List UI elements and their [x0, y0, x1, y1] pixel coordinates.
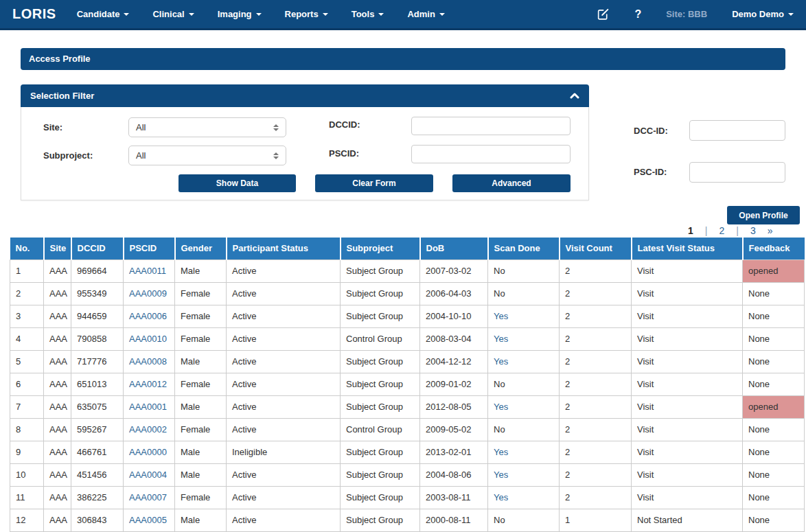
cell-site: AAA	[44, 350, 71, 373]
site-indicator: Site: BBB	[666, 9, 707, 19]
subproject-select[interactable]: All	[128, 146, 286, 165]
cell-feedback: None	[743, 305, 805, 327]
cell-dob: 2013-02-01	[420, 441, 488, 463]
column-header-latest-visit-status[interactable]: Latest Visit Status	[632, 238, 743, 259]
pscid-link[interactable]: AAA0009	[129, 288, 167, 299]
show-data-button[interactable]: Show Data	[179, 174, 296, 192]
cell-site: AAA	[44, 463, 71, 486]
selection-filter-header[interactable]: Selection Filter	[21, 84, 589, 107]
clear-form-button[interactable]: Clear Form	[315, 174, 433, 192]
user-menu[interactable]: Demo Demo	[732, 9, 794, 19]
nav-menu-candidate[interactable]: Candidate	[77, 9, 130, 19]
column-header-no[interactable]: No.	[10, 238, 44, 259]
cell-no: 11	[10, 486, 44, 509]
cell-dob: 2012-08-05	[420, 395, 488, 418]
site-select[interactable]: All	[128, 117, 286, 137]
cell-dob: 2008-03-04	[420, 327, 488, 350]
pscid-link[interactable]: AAA0010	[129, 334, 167, 344]
cell-no: 10	[10, 463, 44, 486]
loris-logo[interactable]: LORIS	[12, 6, 56, 22]
pscid-link[interactable]: AAA0005	[129, 515, 167, 525]
cell-gender: Male	[175, 350, 227, 373]
cell-feedback: None	[743, 486, 805, 509]
pscid-link[interactable]: AAA0007	[129, 492, 167, 502]
scan-done-link[interactable]: Yes	[494, 356, 508, 367]
column-header-scan-done[interactable]: Scan Done	[488, 238, 560, 259]
psc-id-input[interactable]	[689, 162, 785, 183]
cell-subproject: Subject Group	[341, 509, 420, 531]
pscid-link[interactable]: AAA0006	[129, 311, 167, 321]
pscid-link[interactable]: AAA0004	[129, 470, 167, 480]
cell-pscid: AAA0001	[124, 395, 175, 418]
dccid-input[interactable]	[411, 117, 571, 135]
nav-menu-admin[interactable]: Admin	[407, 9, 444, 19]
cell-gender: Female	[175, 373, 227, 395]
cell-pscid: AAA0007	[124, 486, 175, 509]
pscid-link[interactable]: AAA0011	[129, 266, 166, 276]
column-header-site[interactable]: Site	[44, 238, 71, 259]
advanced-button[interactable]: Advanced	[452, 174, 571, 192]
pagination-page-3[interactable]: 3	[750, 225, 756, 236]
scan-done-link[interactable]: Yes	[494, 470, 508, 480]
dcc-id-input[interactable]	[689, 120, 785, 141]
table-row: 10AAA451456AAA0004MaleActiveSubject Grou…	[10, 463, 805, 486]
pscid-link[interactable]: AAA0001	[129, 402, 167, 412]
pscid-input[interactable]	[411, 145, 571, 163]
cell-feedback: None	[743, 418, 805, 441]
nav-menu-label: Admin	[407, 9, 435, 19]
cell-visit-count: 2	[560, 350, 632, 373]
cell-feedback: None	[743, 373, 805, 395]
column-header-feedback[interactable]: Feedback	[743, 238, 805, 259]
scan-done-link[interactable]: Yes	[494, 334, 508, 344]
page-root: LORIS Candidate Clinical Imaging Reports…	[0, 0, 806, 532]
pagination-page-2[interactable]: 2	[719, 225, 724, 236]
scan-done-link[interactable]: Yes	[494, 492, 508, 502]
nav-menu-tools[interactable]: Tools	[352, 9, 384, 19]
cell-site: AAA	[44, 486, 71, 509]
table-row: 5AAA717776AAA0008MaleActiveSubject Group…	[10, 350, 805, 373]
cell-no: 3	[10, 305, 44, 327]
nav-menu-reports[interactable]: Reports	[285, 9, 328, 19]
cell-dccid: 451456	[71, 463, 124, 486]
help-icon[interactable]: ?	[634, 8, 641, 21]
pscid-link[interactable]: AAA0012	[129, 379, 167, 389]
cell-site: AAA	[44, 259, 71, 282]
cell-gender: Female	[175, 418, 227, 441]
column-header-gender[interactable]: Gender	[175, 238, 227, 259]
column-header-pscid[interactable]: PSCID	[124, 238, 175, 259]
chevron-down-icon	[124, 13, 129, 16]
column-header-dob[interactable]: DoB	[420, 238, 488, 259]
open-profile-button[interactable]: Open Profile	[727, 206, 800, 224]
cell-site: AAA	[44, 441, 71, 463]
pagination-current-page[interactable]: 1	[688, 225, 693, 236]
nav-menu-clinical[interactable]: Clinical	[152, 9, 194, 19]
scan-done-link[interactable]: Yes	[494, 447, 508, 457]
cell-no: 1	[10, 259, 44, 282]
cell-gender: Male	[175, 463, 227, 486]
cell-dccid: 386225	[71, 486, 124, 509]
chevron-up-icon[interactable]	[570, 93, 579, 99]
scan-done-link[interactable]: Yes	[494, 402, 508, 412]
column-header-participant-status[interactable]: Participant Status	[227, 238, 341, 259]
cell-visit-count: 2	[560, 486, 632, 509]
edit-icon[interactable]	[597, 8, 610, 21]
scan-done-link[interactable]: Yes	[494, 311, 508, 321]
cell-site: AAA	[44, 373, 71, 395]
cell-no: 8	[10, 418, 44, 441]
pscid-link[interactable]: AAA0000	[129, 447, 167, 457]
cell-pscid: AAA0012	[124, 373, 175, 395]
pagination-next[interactable]: »	[768, 225, 773, 236]
column-header-visit-count[interactable]: Visit Count	[560, 238, 632, 259]
pscid-filter-label: PSCID:	[329, 148, 359, 159]
pscid-link[interactable]: AAA0002	[129, 424, 167, 435]
pscid-link[interactable]: AAA0008	[129, 356, 167, 367]
selection-filter-body: Site: All Subproject: All DCCID: PSCID: …	[21, 107, 589, 200]
column-header-dccid[interactable]: DCCID	[71, 238, 124, 259]
cell-site: AAA	[44, 418, 71, 441]
cell-participant-status: Active	[227, 282, 341, 305]
cell-dccid: 717776	[71, 350, 124, 373]
cell-no: 4	[10, 327, 44, 350]
column-header-subproject[interactable]: Subproject	[341, 238, 420, 259]
nav-menu-imaging[interactable]: Imaging	[218, 9, 262, 19]
cell-gender: Male	[175, 395, 227, 418]
